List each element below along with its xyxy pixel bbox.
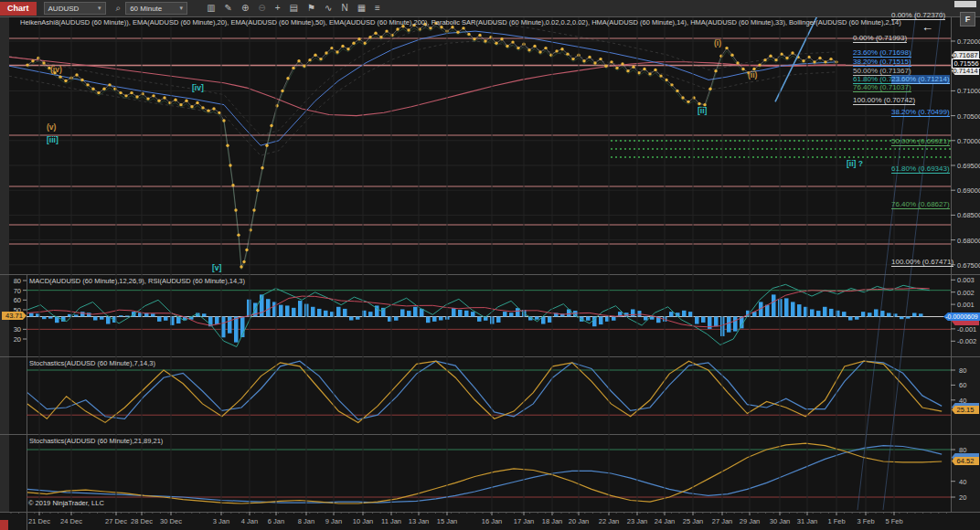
fib-set-2-label[interactable]: 61.80% (0.69343) [891,164,950,174]
date-axis-label: 3 Feb [857,517,874,525]
date-axis-label: 25 Jan [683,517,704,525]
fib-set-1-label[interactable]: 76.40% (0.71037) [853,83,911,92]
date-axis-label: 29 Jan [740,517,761,525]
date-axis-label: 11 Jan [381,517,401,525]
wave-label[interactable]: [iii] [47,135,59,144]
wave-label[interactable]: (v) [47,122,56,132]
stoch-fast-label: Stochastics(AUDUSD (60 Minute),7,14,3) [29,359,155,367]
price-axis-label: 0.69500 [957,162,980,170]
copyright-text: © 2019 NinjaTrader, LLC [28,499,104,507]
date-axis-label: 4 Jan [241,517,258,525]
fib-set-2-label[interactable]: 50.00% (0.69921) [891,137,950,146]
price-axis-label: 0.67500 [957,261,980,270]
macd-panel-label: MACD(AUDUSD (60 Minute),12,26,9), RSI(AU… [29,277,245,285]
wave-label[interactable]: (i) [714,38,721,48]
date-axis-label: 8 Jan [298,517,314,525]
price-axis-label: 0.70000 [957,137,980,145]
date-axis-label: 10 Jan [353,517,374,525]
macd-left-marker: 43.71 [2,312,27,320]
date-axis-label: 18 Jan [542,517,563,525]
macd-axis-label: -0.002 [957,337,976,345]
macd-marker-blue: -0.0000609 [943,313,980,321]
date-axis-label: 24 Jan [655,517,676,525]
status-corner [0,520,8,530]
macd-left-axis-label: 60 [9,296,21,304]
date-axis-label: 1 Feb [827,517,845,525]
macd-left-axis-label: 80 [9,277,21,285]
date-axis-label: 16 Jan [482,517,503,525]
fib-set-1-label[interactable]: 0.00% (0.71993) [853,34,907,43]
fib-set-2-label[interactable]: 38.20% (0.70499) [891,108,950,117]
macd-axis-label: 0.002 [957,289,975,297]
stoch-axis-label: 60 [959,381,966,389]
date-axis-label: 15 Jan [437,517,458,525]
date-axis-label: 30 Dec [160,517,182,525]
chart-canvas[interactable] [0,0,980,530]
date-axis-label: 20 Jan [569,517,590,525]
price-panel-indicator-label: HeikenAshi8(AUDUSD (60 Minute)), EMA(AUD… [20,18,901,26]
date-axis-label: 22 Jan [599,517,620,525]
stoch-axis-label: 80 [959,366,966,375]
stoch-slow-marker: 64.52 [952,457,979,465]
date-axis-label: 6 Jan [268,517,284,525]
price-axis-label: 0.70500 [957,112,980,121]
stoch-axis-label: 40 [959,478,966,486]
wave-label[interactable]: (ii) [748,70,757,80]
chart-window: Chart AUDUSD ▾ ⌕ 60 Minute ▾ ▥✎⊕⊖+▤⚑∿Ν▦≡… [0,0,980,530]
fib-set-1-label[interactable]: 100.00% (0.70742) [853,96,915,105]
macd-axis-label: 0.001 [957,301,975,309]
date-axis-label: 9 Jan [325,517,342,525]
price-axis-label: 0.71000 [957,87,980,95]
date-axis-label: 3 Jan [213,517,229,525]
price-marker-current: 0.71556 [952,58,980,69]
date-axis-label: 23 Jan [627,517,648,525]
stoch-axis-label: 20 [959,493,966,502]
stoch-fast-marker: 25.15 [952,406,979,414]
date-axis-label: 27 Jan [712,517,733,525]
fib-set-1-label[interactable]: 23.60% (0.71698) [853,48,911,58]
date-axis-label: 13 Jan [409,517,430,525]
focus-button[interactable]: F [960,12,975,26]
fib-set-1-label[interactable]: 38.20% (0.71515) [853,58,911,67]
price-axis-label: 0.72000 [957,37,980,46]
macd-left-axis-label: 70 [9,287,21,295]
fib-set-2-label[interactable]: 100.00% (0.67471) [891,258,953,267]
macd-axis-label: 0.003 [957,276,975,284]
date-axis-label: 17 Jan [514,517,535,525]
macd-left-axis-label: 30 [9,325,21,334]
wave-label[interactable]: [v] [212,263,221,272]
date-axis-label: 31 Jan [797,517,818,525]
stoch-axis-label: 80 [959,446,966,454]
scrollbar-thumb[interactable] [954,1,976,7]
macd-left-axis-label: 20 [9,335,21,344]
fib-set-2-label[interactable]: 0.00% (0.72370) [891,11,945,20]
stoch-slow-label: Stochastics(AUDUSD (60 Minute),21,89,21) [29,437,163,445]
wave-label[interactable]: [ii] [698,106,707,115]
fib-set-2-label[interactable]: 76.40% (0.68627) [891,200,950,209]
price-axis-label: 0.68000 [957,237,980,245]
fib-set-2-label[interactable]: 23.60% (0.71214) [891,75,950,84]
date-axis-label: 21 Dec [28,517,50,525]
wave-label[interactable]: [ii] ? [847,159,863,168]
back-arrow-icon[interactable]: ← [921,20,933,34]
price-axis-label: 0.69000 [957,186,980,195]
date-axis-label: 30 Jan [770,517,791,525]
date-axis-label: 27 Dec [105,517,127,525]
date-axis-label: 5 Feb [885,517,902,525]
wave-label[interactable]: (iv) [50,65,62,74]
price-axis-label: 0.68500 [957,211,980,219]
wave-label[interactable]: [iv] [192,83,204,92]
date-axis-label: 28 Dec [131,517,153,525]
date-axis-label: 24 Dec [60,517,82,525]
macd-axis-label: -0.001 [957,325,976,334]
